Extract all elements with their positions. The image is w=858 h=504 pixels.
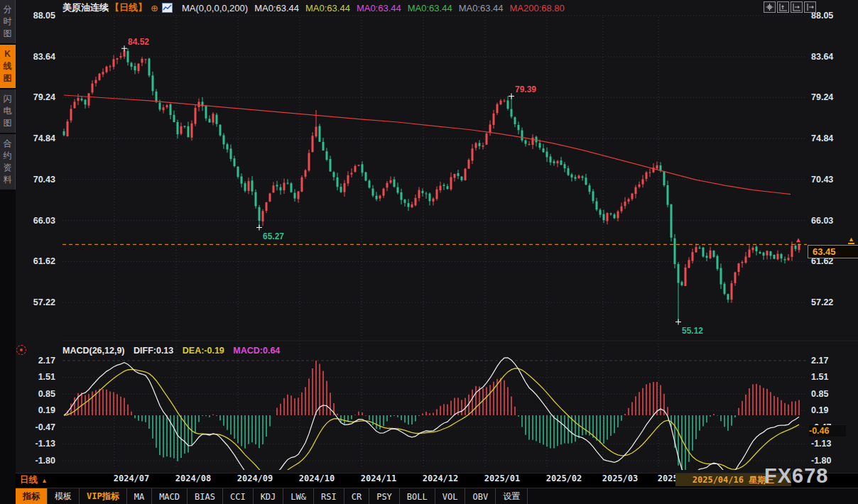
sidebar-tab-4[interactable]: 合约资料 — [0, 134, 16, 190]
indicator-tab-OBV[interactable]: OBV — [465, 488, 496, 504]
macd-dea-value: DEA:-0.19 — [183, 346, 224, 356]
macd-y-tick-right: -1.13 — [811, 438, 854, 449]
macd-y-tick-left: 1.51 — [13, 371, 55, 383]
x-axis-label: 2024/09 — [230, 473, 280, 483]
indicator-tab-MA[interactable]: MA — [127, 488, 152, 504]
main-y-tick-right: 57.22 — [811, 297, 854, 308]
extreme-cross-marker — [509, 93, 514, 99]
main-y-tick-left: 83.64 — [13, 51, 55, 62]
indicator-tab-LW&[interactable]: LW& — [283, 488, 314, 504]
main-y-tick-right: 74.84 — [811, 133, 854, 144]
ma-value: MA0:63.44 — [305, 3, 350, 13]
macd-diff-value: DIFF:0.13 — [134, 346, 173, 356]
indicator-tab-VIP指标[interactable]: VIP指标 — [80, 488, 127, 504]
indicator-tab-BOLL[interactable]: BOLL — [400, 488, 435, 504]
period-selector-label: 日线 — [20, 475, 38, 485]
price-annotation: 79.39 — [515, 84, 536, 94]
latest-price-arrow-icon[interactable]: ▲ — [848, 236, 854, 244]
indicator-tab-RSI[interactable]: RSI — [314, 488, 344, 504]
x-axis-label: 2025/03 — [595, 473, 645, 483]
window-toolbar — [764, 1, 816, 13]
sidebar-tab-2[interactable]: K线图 — [0, 45, 16, 88]
sidebar-tab-1[interactable]: 分时图 — [0, 0, 16, 43]
candles-layer — [63, 48, 800, 322]
indicator-tab-VOL[interactable]: VOL — [435, 488, 466, 504]
price-annotation: 65.27 — [263, 231, 284, 241]
chevron-up-icon: ▲ — [41, 477, 48, 484]
indicator-tab-PSY[interactable]: PSY — [369, 488, 400, 504]
pane-shift-icon[interactable] — [804, 1, 816, 13]
macd-y-tick-left: -1.80 — [13, 455, 55, 466]
main-y-tick-right: 70.43 — [811, 174, 854, 185]
main-y-tick-left: 66.03 — [13, 215, 55, 226]
macd-y-tick-left: -0.47 — [13, 422, 55, 433]
period-selector[interactable]: 日线▲ — [20, 474, 48, 486]
ma-value: MA200:68.80 — [510, 3, 565, 13]
x-axis-label: 2024/08 — [168, 473, 218, 483]
ma-settings: MA(0,0,0,0,200) — [182, 3, 248, 13]
indicator-tab-BIAS[interactable]: BIAS — [188, 488, 223, 504]
macd-histogram — [67, 361, 799, 474]
macd-y-tick-left: 2.17 — [13, 355, 55, 366]
main-y-tick-left: 61.62 — [13, 256, 55, 267]
fit-bottom-axis-icon[interactable] — [791, 1, 803, 13]
ma-value: MA0:63.44 — [408, 3, 452, 13]
extreme-cross-marker — [121, 45, 127, 51]
chart-canvas[interactable] — [0, 0, 858, 504]
macd-layer — [64, 358, 799, 488]
main-y-tick-left: 79.24 — [13, 92, 55, 103]
crosshair-move-icon[interactable] — [764, 1, 776, 13]
main-y-tick-left: 74.84 — [13, 133, 55, 144]
grid-layer — [63, 16, 858, 469]
main-y-tick-left: 70.43 — [13, 174, 55, 185]
macd-params: MACD(26,12,9) — [63, 346, 125, 356]
x-axis-label: 2024/12 — [416, 473, 465, 483]
macd-hist-value: MACD:0.64 — [233, 346, 280, 356]
macd-y-tick-right: 1.51 — [811, 371, 854, 383]
macd-y-tick-right: 0.85 — [811, 388, 854, 400]
indicator-target-icon[interactable] — [16, 345, 26, 355]
indicator-tab-指标[interactable]: 指标 — [16, 488, 48, 504]
ma-value: MA0:63.44 — [254, 3, 299, 13]
chart-header: 美原油连续 【日线】 ⊕ MA(0,0,0,0,200) MA0:63.44MA… — [63, 2, 565, 13]
macd-y-tick-left: 0.19 — [13, 405, 55, 416]
x-axis-label: 2024/11 — [354, 473, 403, 483]
extreme-cross-marker — [675, 319, 681, 325]
indicator-tab-KDJ[interactable]: KDJ — [254, 488, 284, 504]
indicator-tab-MACD[interactable]: MACD — [152, 488, 188, 504]
x-axis-label: 2025/01 — [477, 473, 527, 483]
fit-left-axis-icon[interactable] — [777, 1, 789, 13]
sidebar-tab-3[interactable]: 闪电图 — [0, 89, 16, 133]
indicator-tab-CR[interactable]: CR — [344, 488, 369, 504]
macd-y-tick-right: 0.19 — [811, 405, 854, 416]
indicator-tab-模板[interactable]: 模板 — [48, 488, 80, 504]
add-indicator-icon[interactable]: ⊕ — [151, 3, 158, 13]
period-tag: 【日线】 — [110, 1, 147, 14]
ma-value: MA0:63.44 — [357, 3, 401, 13]
mini-chart-icon[interactable] — [162, 3, 173, 13]
indicator-tab-设置[interactable]: 设置 — [496, 488, 528, 504]
main-y-tick-right: 79.24 — [811, 92, 854, 103]
price-annotation: 84.52 — [128, 37, 149, 47]
left-sidebar: 分时图K线图闪电图合约资料 — [0, 0, 16, 504]
current-price-badge: 63.45 — [808, 245, 858, 258]
main-y-tick-right: 88.05 — [811, 10, 854, 21]
macd-y-tick-right: 2.17 — [811, 355, 854, 366]
price-annotation: 55.12 — [682, 326, 703, 336]
x-axis-label: 2025/02 — [539, 473, 589, 483]
x-axis-label: 2024/07 — [107, 473, 156, 483]
main-y-tick-right: 66.03 — [811, 215, 854, 226]
last-tick-arrow-icon — [796, 238, 800, 242]
ma200-line — [64, 95, 791, 195]
macd-y-tick-left: 0.85 — [13, 388, 55, 400]
macd-indicator-header: MACD(26,12,9) DIFF:0.13 DEA:-0.19 MACD:0… — [63, 346, 280, 356]
extreme-cross-marker — [256, 225, 262, 231]
ma-value: MA0:63.44 — [459, 3, 504, 13]
main-y-tick-left: 57.22 — [13, 297, 55, 308]
brand-watermark: FX678 — [764, 464, 828, 488]
x-axis-label: 2024/10 — [292, 473, 342, 483]
main-y-tick-left: 88.05 — [13, 10, 55, 21]
instrument-title: 美原油连续 — [63, 1, 109, 14]
indicator-tab-CCI[interactable]: CCI — [223, 488, 254, 504]
macd-current-badge: -0.46 — [809, 425, 846, 437]
